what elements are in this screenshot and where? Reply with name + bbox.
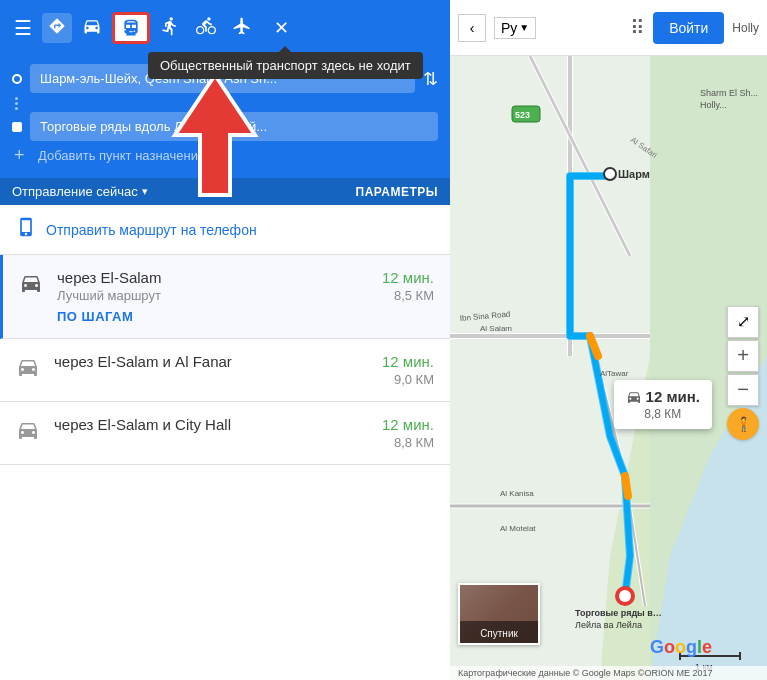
apps-grid-icon[interactable]: ⠿: [630, 16, 645, 40]
svg-text:Al Salam: Al Salam: [480, 324, 512, 333]
swap-icon[interactable]: ⇅: [423, 68, 438, 90]
car-icon-route2: [16, 355, 40, 385]
tooltip-box: Общественный транспорт здесь не ходит: [148, 52, 423, 79]
lang-text: Ру: [501, 20, 517, 36]
origin-dot: [12, 74, 22, 84]
add-destination-row[interactable]: + Добавить пункт назначения: [12, 145, 438, 166]
route1-info: через El-Salam 12 мин. Лучший маршрут 8,…: [57, 269, 434, 324]
map-attribution: Картографические данные © Google Maps ©O…: [450, 666, 767, 680]
add-plus-icon: +: [14, 145, 24, 166]
add-destination-text: Добавить пункт назначения: [38, 148, 205, 163]
svg-text:Holly...: Holly...: [700, 100, 727, 110]
destination-input[interactable]: [30, 112, 438, 141]
hamburger-icon[interactable]: ☰: [8, 12, 38, 44]
params-btn[interactable]: ПАРАМЕТРЫ: [356, 185, 439, 199]
lang-arrow-icon: ▼: [519, 22, 529, 33]
route-item-1[interactable]: через El-Salam 12 мин. Лучший маршрут 8,…: [0, 255, 450, 339]
route1-dist: 8,5 КМ: [394, 288, 434, 303]
svg-text:Al Kanisa: Al Kanisa: [500, 489, 534, 498]
google-logo: Google: [650, 637, 712, 658]
map-info-box: 12 мин. 8,8 КМ: [614, 380, 712, 429]
destination-dot: [12, 122, 22, 132]
route1-time: 12 мин.: [382, 269, 434, 286]
route2-dist: 9,0 КМ: [394, 372, 434, 387]
directions-icon[interactable]: [42, 13, 72, 43]
attribution-text: Картографические данные © Google Maps ©O…: [458, 668, 712, 678]
lang-selector[interactable]: Ру ▼: [494, 17, 536, 39]
transit-icon[interactable]: [112, 12, 150, 44]
route-item-3[interactable]: через El-Salam и City Hall 12 мин. 8,8 К…: [0, 402, 450, 465]
route3-info: через El-Salam и City Hall 12 мин. 8,8 К…: [54, 416, 434, 450]
route2-time: 12 мин.: [382, 353, 434, 370]
route-item-2[interactable]: через El-Salam и Al Fanar 12 мин. 9,0 КМ: [0, 339, 450, 402]
route3-time: 12 мин.: [382, 416, 434, 433]
send-phone-row[interactable]: Отправить маршрут на телефон: [0, 205, 450, 255]
send-phone-icon: [16, 217, 36, 242]
route1-sub: Лучший маршрут: [57, 288, 161, 303]
route2-info: через El-Salam и Al Fanar 12 мин. 9,0 КМ: [54, 353, 434, 387]
map-back-btn[interactable]: ‹: [458, 14, 486, 42]
tooltip-container: Общественный транспорт здесь не ходит: [148, 52, 423, 79]
info-time: 12 мин.: [646, 388, 700, 405]
svg-text:Al Motelat: Al Motelat: [500, 524, 536, 533]
satellite-thumbnail[interactable]: Спутник: [458, 583, 540, 645]
departure-text: Отправление сейчас: [12, 184, 138, 199]
tooltip-text: Общественный транспорт здесь не ходит: [160, 58, 411, 73]
svg-point-19: [619, 590, 631, 602]
pegman-btn[interactable]: 🧍: [727, 408, 759, 440]
svg-text:Торговые ряды в…: Торговые ряды в…: [575, 608, 662, 618]
bike-icon[interactable]: [190, 12, 222, 44]
expand-btn[interactable]: ⤢: [727, 306, 759, 338]
sign-in-button[interactable]: Войти: [653, 12, 724, 44]
left-panel: ⇅ + Добавить пун: [0, 56, 450, 680]
departure-arrow-icon: ▾: [142, 185, 148, 198]
svg-text:Шарм: Шарм: [618, 168, 650, 180]
satellite-label: Спутник: [480, 628, 518, 639]
holly-label: Holly: [732, 21, 759, 35]
close-icon[interactable]: ✕: [266, 13, 297, 43]
route3-dist: 8,8 КМ: [394, 435, 434, 450]
info-box-icon: 12 мин.: [626, 388, 700, 405]
send-phone-text[interactable]: Отправить маршрут на телефон: [46, 222, 257, 238]
svg-point-16: [604, 168, 616, 180]
route2-name: через El-Salam и Al Fanar: [54, 353, 232, 370]
map-area[interactable]: Шарм Торговые ряды в… Лейла ва Лейла Ibn…: [450, 56, 767, 680]
car-icon-route1: [19, 271, 43, 301]
svg-text:Sharm El Sh...: Sharm El Sh...: [700, 88, 758, 98]
info-dist: 8,8 КМ: [626, 407, 700, 421]
plane-icon[interactable]: [226, 12, 258, 44]
car-icon[interactable]: [76, 12, 108, 44]
svg-text:AlTawar: AlTawar: [600, 369, 629, 378]
route1-name: через El-Salam: [57, 269, 161, 286]
departure-btn[interactable]: Отправление сейчас ▾: [12, 184, 148, 199]
svg-text:Лейла ва Лейла: Лейла ва Лейла: [575, 620, 642, 630]
svg-text:523: 523: [515, 110, 530, 120]
zoom-in-btn[interactable]: +: [727, 340, 759, 372]
zoom-out-btn[interactable]: −: [727, 374, 759, 406]
route3-name: через El-Salam и City Hall: [54, 416, 231, 433]
walk-icon[interactable]: [154, 12, 186, 44]
map-controls: ⤢ + − 🧍: [727, 306, 759, 440]
routes-list: через El-Salam 12 мин. Лучший маршрут 8,…: [0, 255, 450, 680]
steps-btn[interactable]: ПО ШАГАМ: [57, 309, 434, 324]
car-icon-route3: [16, 418, 40, 448]
